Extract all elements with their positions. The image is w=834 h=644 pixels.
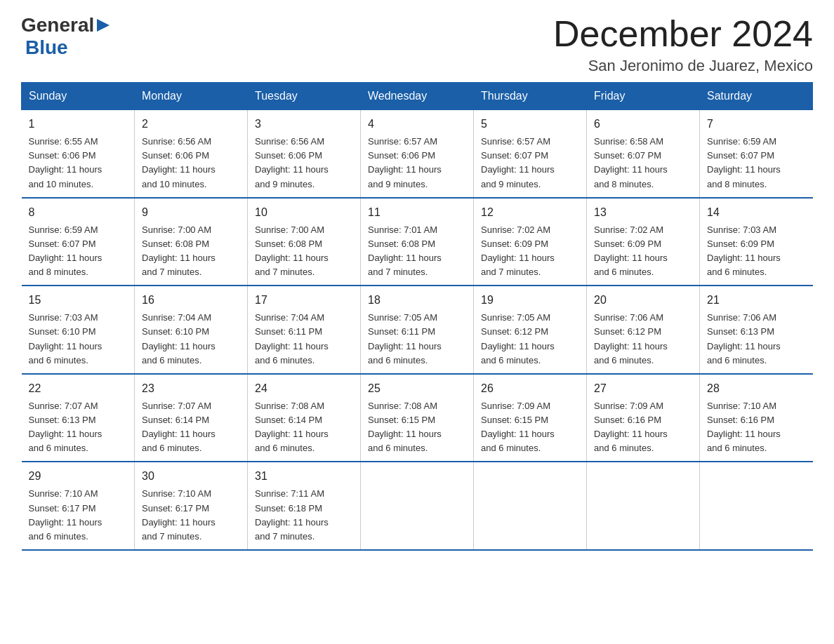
day-of-week-header: Monday: [135, 83, 248, 110]
calendar-cell: 31Sunrise: 7:11 AMSunset: 6:18 PMDayligh…: [248, 462, 361, 550]
day-number: 7: [707, 116, 806, 133]
day-number: 25: [368, 380, 466, 397]
logo-general-text: General: [21, 14, 94, 36]
calendar-cell: 7Sunrise: 6:59 AMSunset: 6:07 PMDaylight…: [700, 110, 813, 198]
calendar-cell: 13Sunrise: 7:02 AMSunset: 6:09 PMDayligh…: [587, 198, 700, 286]
day-info: Sunrise: 7:09 AMSunset: 6:15 PMDaylight:…: [481, 399, 579, 456]
day-of-week-header: Saturday: [700, 83, 813, 110]
day-number: 15: [29, 292, 128, 309]
calendar-cell: 24Sunrise: 7:08 AMSunset: 6:14 PMDayligh…: [248, 374, 361, 462]
calendar-week-row: 8Sunrise: 6:59 AMSunset: 6:07 PMDaylight…: [22, 198, 813, 286]
day-info: Sunrise: 7:02 AMSunset: 6:09 PMDaylight:…: [481, 223, 579, 280]
day-number: 28: [707, 380, 806, 397]
calendar-week-row: 1Sunrise: 6:55 AMSunset: 6:06 PMDaylight…: [22, 110, 813, 198]
svg-marker-0: [97, 19, 110, 32]
day-info: Sunrise: 6:59 AMSunset: 6:07 PMDaylight:…: [29, 223, 128, 280]
calendar-cell: 17Sunrise: 7:04 AMSunset: 6:11 PMDayligh…: [248, 286, 361, 374]
day-number: 11: [368, 204, 466, 221]
calendar-cell: 5Sunrise: 6:57 AMSunset: 6:07 PMDaylight…: [474, 110, 587, 198]
calendar-header-row: SundayMondayTuesdayWednesdayThursdayFrid…: [22, 83, 813, 110]
day-info: Sunrise: 7:10 AMSunset: 6:17 PMDaylight:…: [29, 487, 128, 544]
logo-blue-text: Blue: [25, 36, 68, 58]
day-info: Sunrise: 7:10 AMSunset: 6:17 PMDaylight:…: [142, 487, 240, 544]
day-info: Sunrise: 7:04 AMSunset: 6:10 PMDaylight:…: [142, 311, 240, 368]
day-number: 13: [594, 204, 692, 221]
day-info: Sunrise: 6:58 AMSunset: 6:07 PMDaylight:…: [594, 135, 692, 192]
day-number: 6: [594, 116, 692, 133]
day-info: Sunrise: 7:06 AMSunset: 6:13 PMDaylight:…: [707, 311, 806, 368]
day-info: Sunrise: 7:08 AMSunset: 6:14 PMDaylight:…: [255, 399, 353, 456]
calendar-cell: 20Sunrise: 7:06 AMSunset: 6:12 PMDayligh…: [587, 286, 700, 374]
day-number: 24: [255, 380, 353, 397]
day-info: Sunrise: 6:57 AMSunset: 6:07 PMDaylight:…: [481, 135, 579, 192]
calendar-cell: 14Sunrise: 7:03 AMSunset: 6:09 PMDayligh…: [700, 198, 813, 286]
calendar-cell: 29Sunrise: 7:10 AMSunset: 6:17 PMDayligh…: [22, 462, 135, 550]
day-number: 8: [29, 204, 128, 221]
day-info: Sunrise: 6:55 AMSunset: 6:06 PMDaylight:…: [29, 135, 128, 192]
day-number: 14: [707, 204, 806, 221]
day-number: 23: [142, 380, 240, 397]
day-number: 20: [594, 292, 692, 309]
day-number: 19: [481, 292, 579, 309]
logo: General Blue: [21, 14, 111, 59]
day-info: Sunrise: 6:56 AMSunset: 6:06 PMDaylight:…: [142, 135, 240, 192]
day-info: Sunrise: 7:11 AMSunset: 6:18 PMDaylight:…: [255, 487, 353, 544]
calendar-week-row: 15Sunrise: 7:03 AMSunset: 6:10 PMDayligh…: [22, 286, 813, 374]
calendar-cell: 1Sunrise: 6:55 AMSunset: 6:06 PMDaylight…: [22, 110, 135, 198]
day-number: 5: [481, 116, 579, 133]
calendar-cell: [474, 462, 587, 550]
calendar-cell: 15Sunrise: 7:03 AMSunset: 6:10 PMDayligh…: [22, 286, 135, 374]
day-info: Sunrise: 7:03 AMSunset: 6:10 PMDaylight:…: [29, 311, 128, 368]
calendar-cell: 8Sunrise: 6:59 AMSunset: 6:07 PMDaylight…: [22, 198, 135, 286]
calendar-cell: 2Sunrise: 6:56 AMSunset: 6:06 PMDaylight…: [135, 110, 248, 198]
calendar-cell: 9Sunrise: 7:00 AMSunset: 6:08 PMDaylight…: [135, 198, 248, 286]
day-number: 29: [29, 468, 128, 485]
day-info: Sunrise: 6:59 AMSunset: 6:07 PMDaylight:…: [707, 135, 806, 192]
day-number: 26: [481, 380, 579, 397]
calendar-cell: 25Sunrise: 7:08 AMSunset: 6:15 PMDayligh…: [361, 374, 474, 462]
day-of-week-header: Friday: [587, 83, 700, 110]
day-info: Sunrise: 7:08 AMSunset: 6:15 PMDaylight:…: [368, 399, 466, 456]
day-info: Sunrise: 7:07 AMSunset: 6:13 PMDaylight:…: [29, 399, 128, 456]
day-info: Sunrise: 7:04 AMSunset: 6:11 PMDaylight:…: [255, 311, 353, 368]
day-info: Sunrise: 7:10 AMSunset: 6:16 PMDaylight:…: [707, 399, 806, 456]
page-header: General Blue December 2024 San Jeronimo …: [21, 14, 813, 75]
calendar-cell: [361, 462, 474, 550]
day-number: 12: [481, 204, 579, 221]
calendar-cell: 19Sunrise: 7:05 AMSunset: 6:12 PMDayligh…: [474, 286, 587, 374]
day-of-week-header: Tuesday: [248, 83, 361, 110]
day-number: 10: [255, 204, 353, 221]
calendar-table: SundayMondayTuesdayWednesdayThursdayFrid…: [21, 82, 813, 551]
calendar-cell: 10Sunrise: 7:00 AMSunset: 6:08 PMDayligh…: [248, 198, 361, 286]
calendar-week-row: 22Sunrise: 7:07 AMSunset: 6:13 PMDayligh…: [22, 374, 813, 462]
day-number: 22: [29, 380, 128, 397]
day-info: Sunrise: 7:02 AMSunset: 6:09 PMDaylight:…: [594, 223, 692, 280]
calendar-cell: 22Sunrise: 7:07 AMSunset: 6:13 PMDayligh…: [22, 374, 135, 462]
calendar-cell: 4Sunrise: 6:57 AMSunset: 6:06 PMDaylight…: [361, 110, 474, 198]
day-number: 17: [255, 292, 353, 309]
day-number: 27: [594, 380, 692, 397]
calendar-cell: 27Sunrise: 7:09 AMSunset: 6:16 PMDayligh…: [587, 374, 700, 462]
day-number: 31: [255, 468, 353, 485]
day-number: 16: [142, 292, 240, 309]
day-number: 4: [368, 116, 466, 133]
logo-arrow-icon: [95, 18, 111, 33]
calendar-cell: [700, 462, 813, 550]
day-number: 1: [29, 116, 128, 133]
day-info: Sunrise: 7:00 AMSunset: 6:08 PMDaylight:…: [255, 223, 353, 280]
day-info: Sunrise: 7:03 AMSunset: 6:09 PMDaylight:…: [707, 223, 806, 280]
calendar-cell: 21Sunrise: 7:06 AMSunset: 6:13 PMDayligh…: [700, 286, 813, 374]
day-info: Sunrise: 7:01 AMSunset: 6:08 PMDaylight:…: [368, 223, 466, 280]
day-info: Sunrise: 7:05 AMSunset: 6:11 PMDaylight:…: [368, 311, 466, 368]
day-info: Sunrise: 6:57 AMSunset: 6:06 PMDaylight:…: [368, 135, 466, 192]
day-info: Sunrise: 7:09 AMSunset: 6:16 PMDaylight:…: [594, 399, 692, 456]
calendar-cell: 30Sunrise: 7:10 AMSunset: 6:17 PMDayligh…: [135, 462, 248, 550]
calendar-cell: 23Sunrise: 7:07 AMSunset: 6:14 PMDayligh…: [135, 374, 248, 462]
calendar-cell: 16Sunrise: 7:04 AMSunset: 6:10 PMDayligh…: [135, 286, 248, 374]
title-area: December 2024 San Jeronimo de Juarez, Me…: [553, 14, 813, 75]
day-of-week-header: Sunday: [22, 83, 135, 110]
calendar-cell: 6Sunrise: 6:58 AMSunset: 6:07 PMDaylight…: [587, 110, 700, 198]
day-info: Sunrise: 7:06 AMSunset: 6:12 PMDaylight:…: [594, 311, 692, 368]
calendar-cell: [587, 462, 700, 550]
calendar-cell: 18Sunrise: 7:05 AMSunset: 6:11 PMDayligh…: [361, 286, 474, 374]
